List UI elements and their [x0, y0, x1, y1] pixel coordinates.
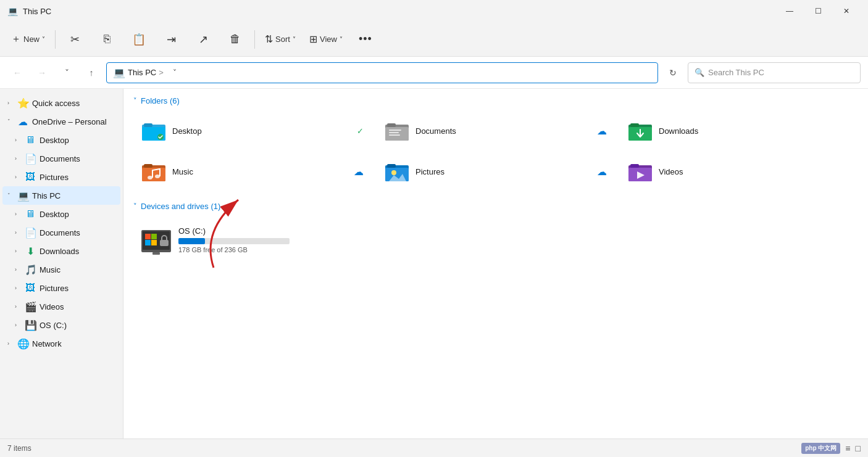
drive-item-os-c[interactable]: OS (C:) 178 GB free of 236 GB: [133, 218, 331, 261]
delete-icon: 🗑: [230, 33, 241, 46]
sidebar-item-onedrive[interactable]: ˅ ☁ OneDrive – Personal: [2, 112, 120, 131]
svg-rect-32: [160, 240, 169, 246]
desktop-od-expand-icon: ›: [15, 137, 21, 143]
folders-chevron-icon: ˅: [133, 97, 137, 105]
search-icon: 🔍: [695, 68, 704, 77]
new-button[interactable]: ＋ New ˅: [5, 25, 51, 54]
paste-button[interactable]: 📋: [123, 25, 154, 54]
music-pc-label: Music: [40, 265, 61, 274]
sidebar-item-quick-access[interactable]: › ⭐ Quick access: [2, 94, 120, 112]
window-title: This PC: [23, 7, 51, 16]
minimize-button[interactable]: —: [775, 0, 804, 22]
pictures-od-expand-icon: ›: [15, 174, 21, 180]
sidebar-item-network[interactable]: › 🌐 Network: [2, 334, 120, 353]
sidebar-item-desktop-od[interactable]: › 🖥 Desktop: [2, 131, 120, 149]
search-box[interactable]: 🔍 Search This PC: [688, 62, 861, 83]
svg-rect-30: [145, 240, 151, 245]
sidebar-item-pictures-pc[interactable]: › 🖼 Pictures: [2, 279, 120, 297]
folders-section-label: Folders (6): [141, 96, 180, 105]
address-breadcrumb[interactable]: 💻 This PC > ˅: [106, 62, 658, 83]
sidebar-item-pictures-od[interactable]: › 🖼 Pictures: [2, 168, 120, 186]
network-label: Network: [32, 339, 62, 348]
downloads-pc-icon: ⬇: [25, 245, 36, 257]
folder-item-pictures[interactable]: Pictures ☁: [377, 154, 615, 189]
svg-rect-6: [387, 123, 396, 127]
sidebar-item-os-c[interactable]: › 💾 OS (C:): [2, 316, 120, 334]
address-expand-button[interactable]: ˅: [166, 64, 183, 81]
os-c-icon: 💾: [25, 319, 36, 331]
quick-access-icon: ⭐: [17, 97, 28, 109]
address-pc-icon: 💻: [113, 67, 125, 78]
forward-button[interactable]: →: [32, 63, 52, 83]
folders-section-header[interactable]: ˅ Folders (6): [133, 96, 858, 105]
documents-od-icon: 📄: [25, 153, 36, 165]
svg-rect-7: [389, 130, 401, 131]
documents-folder-icon: [385, 118, 409, 143]
folder-item-desktop[interactable]: Desktop ✓: [133, 113, 372, 149]
sidebar-item-music-pc[interactable]: › 🎵 Music: [2, 260, 120, 279]
view-toggle-icon[interactable]: ≡: [845, 443, 850, 453]
sidebar-item-desktop-pc[interactable]: › 🖥 Desktop: [2, 205, 120, 223]
more-button[interactable]: •••: [350, 25, 381, 54]
toolbar: ＋ New ˅ ✂ ⎘ 📋 ⇥ ↗ 🗑 ⇅ Sort ˅ ⊞: [0, 22, 868, 57]
sidebar-item-documents-pc[interactable]: › 📄 Documents: [2, 223, 120, 242]
music-pc-expand-icon: ›: [15, 266, 21, 273]
grid-toggle-icon[interactable]: □: [856, 443, 861, 453]
svg-rect-20: [387, 164, 396, 168]
sidebar-item-downloads-pc[interactable]: › ⬇ Downloads: [2, 242, 120, 260]
share-button[interactable]: ↗: [188, 25, 219, 54]
refresh-button[interactable]: ↻: [663, 63, 683, 83]
svg-point-21: [391, 170, 396, 175]
drives-section-header[interactable]: ˅ Devices and drives (1): [133, 202, 858, 211]
videos-pc-expand-icon: ›: [15, 303, 21, 310]
documents-sync-icon: ☁: [597, 125, 607, 137]
recent-button[interactable]: ˅: [57, 63, 77, 83]
desktop-sync-icon: ✓: [357, 126, 364, 136]
move-icon: ⇥: [167, 33, 176, 46]
os-c-label: OS (C:): [40, 321, 67, 330]
folder-item-videos[interactable]: Videos: [620, 154, 858, 189]
pictures-pc-icon: 🖼: [25, 282, 36, 294]
svg-point-17: [155, 175, 160, 178]
cut-button[interactable]: ✂: [59, 25, 90, 54]
sidebar: › ⭐ Quick access ˅ ☁ OneDrive – Personal…: [0, 89, 123, 438]
documents-pc-icon: 📄: [25, 227, 36, 239]
downloads-folder-icon: [628, 118, 653, 143]
paste-icon: 📋: [132, 33, 146, 46]
back-button[interactable]: ←: [7, 63, 27, 83]
pictures-folder-label: Pictures: [415, 167, 444, 176]
this-pc-icon: 💻: [17, 190, 28, 202]
sidebar-item-documents-od[interactable]: › 📄 Documents: [2, 149, 120, 168]
up-button[interactable]: ↑: [81, 63, 101, 83]
desktop-od-icon: 🖥: [25, 134, 36, 146]
maximize-button[interactable]: ☐: [804, 0, 832, 22]
sort-icon: ⇅: [265, 33, 273, 45]
sort-button[interactable]: ⇅ Sort ˅: [259, 25, 302, 54]
sort-chevron-icon: ˅: [293, 36, 296, 43]
drive-os-c-info: OS (C:) 178 GB free of 236 GB: [178, 226, 323, 253]
folder-item-music[interactable]: Music ☁: [133, 154, 372, 189]
more-icon: •••: [359, 33, 372, 46]
sidebar-item-this-pc[interactable]: ˅ 💻 This PC: [2, 186, 120, 205]
close-button[interactable]: ✕: [832, 0, 861, 22]
documents-folder-label: Documents: [415, 126, 456, 136]
move-button[interactable]: ⇥: [156, 25, 186, 54]
item-count: 7 items: [7, 444, 31, 453]
address-path-root: This PC: [128, 68, 156, 77]
view-button[interactable]: ⊞ View ˅: [303, 25, 349, 54]
sidebar-item-videos-pc[interactable]: › 🎬 Videos: [2, 297, 120, 316]
documents-od-expand-icon: ›: [15, 155, 21, 162]
new-plus-icon: ＋: [11, 33, 21, 46]
drives-chevron-icon: ˅: [133, 202, 137, 210]
view-chevron-icon: ˅: [340, 36, 343, 43]
svg-rect-28: [145, 234, 151, 239]
drives-grid: OS (C:) 178 GB free of 236 GB: [133, 218, 858, 261]
pictures-od-icon: 🖼: [25, 171, 36, 183]
music-pc-icon: 🎵: [25, 264, 36, 276]
folder-item-documents[interactable]: Documents ☁: [377, 113, 615, 149]
folder-item-downloads[interactable]: Downloads: [620, 113, 858, 149]
delete-button[interactable]: 🗑: [220, 25, 251, 54]
copy-button[interactable]: ⎘: [91, 25, 122, 54]
share-icon: ↗: [199, 33, 208, 46]
network-icon: 🌐: [17, 338, 28, 350]
